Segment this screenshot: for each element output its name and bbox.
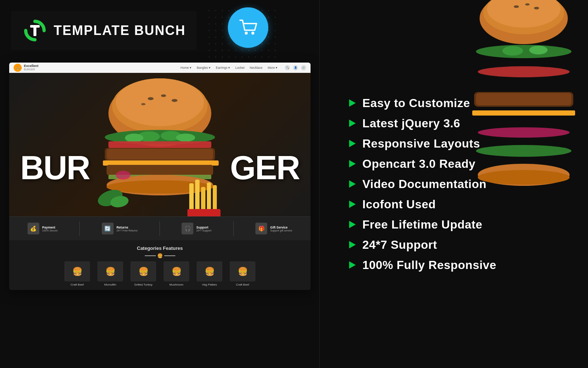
arrow-icon-3 <box>349 140 356 147</box>
svg-point-11 <box>141 103 146 105</box>
store-logo-icon: 🍔 <box>14 64 22 72</box>
divider-3 <box>233 221 234 236</box>
payment-sub: 100% Secure <box>42 229 58 232</box>
cat-label-grilled-turkey: Grilled Turkey <box>129 283 158 286</box>
feature-item-9: 100% Fully Responsive <box>349 258 588 272</box>
cart-icon-circle[interactable] <box>228 7 268 48</box>
gift-sub: Support gift service <box>270 229 292 232</box>
feature-item-7: Free Lifetime Update <box>349 218 588 231</box>
feature-text-1: Easy to Customize <box>362 96 470 110</box>
store-name: Excellent BURGER <box>24 64 39 71</box>
svg-point-8 <box>148 97 154 100</box>
hero-text-bur: BUR <box>20 149 90 187</box>
cat-label-craft-beef-2: Craft Beef <box>228 283 257 286</box>
gift-title: Gift Service <box>270 226 292 229</box>
nav-bangles[interactable]: Bangles ▾ <box>197 66 211 70</box>
svg-point-42 <box>529 46 548 54</box>
svg-point-4 <box>251 32 254 35</box>
arrow-icon-1 <box>349 99 356 107</box>
right-section: Easy to Customize Latest jQuery 3.6 Resp… <box>320 0 588 368</box>
feature-item-4: Opencart 3.0 Ready <box>349 157 588 171</box>
cat-mcmuffin[interactable]: 🍔 Mcmuffin <box>96 261 125 286</box>
cat-label-mcmuffin: Mcmuffin <box>96 283 125 286</box>
feature-item-6: Icofont Used <box>349 198 588 211</box>
search-icon[interactable]: 🔍 <box>285 65 290 70</box>
cart-area <box>228 7 268 48</box>
left-section: TEMPLATE BUNCH 🍔 Excellent BURGER Ho <box>0 0 320 368</box>
svg-rect-29 <box>207 183 211 213</box>
feature-text-3: Responsive Layouts <box>362 137 480 151</box>
nav-icon-group: 🔍 👤 🛒 <box>285 65 306 70</box>
nav-links: Home ▾ Bangles ▾ Earrings ▾ Locket Neckl… <box>180 66 277 70</box>
cat-img-craft-beef-2: 🍔 <box>230 261 255 282</box>
nav-home[interactable]: Home ▾ <box>180 66 191 70</box>
support-title: Support <box>196 226 211 229</box>
feature-item-2: Latest jQuery 3.6 <box>349 117 588 130</box>
cat-craft-beef-2[interactable]: 🍔 Craft Beef <box>228 261 257 286</box>
cat-label-mushroom: Mushroom <box>162 283 191 286</box>
svg-point-40 <box>476 45 571 58</box>
cat-img-mushroom: 🍔 <box>164 261 189 282</box>
feature-item-1: Easy to Customize <box>349 96 588 110</box>
cat-label-craft-beef-1: Craft Beef <box>62 283 92 286</box>
cat-craft-beef-1[interactable]: 🍔 Craft Beef <box>62 261 92 286</box>
arrow-icon-6 <box>349 201 356 208</box>
support-icon: 🎧 <box>182 223 193 234</box>
svg-rect-17 <box>108 141 211 148</box>
cat-img-grilled-turkey: 🍔 <box>130 261 156 282</box>
arrow-icon-7 <box>349 221 356 228</box>
cat-grilled-turkey[interactable]: 🍔 Grilled Turkey <box>129 261 158 286</box>
gift-icon: 🎁 <box>255 223 267 234</box>
svg-point-3 <box>245 32 248 35</box>
categories-section: Categories Features 🍔 🍔 Craft Beef 🍔 Mcm… <box>9 240 311 290</box>
feature-item-8: 24*7 Support <box>349 238 588 252</box>
brand-logo-icon <box>22 18 48 43</box>
store-logo: 🍔 Excellent BURGER <box>14 64 39 72</box>
burger-hero-image <box>86 73 233 216</box>
cat-label-veg-patties: Veg Patties <box>195 283 224 286</box>
arrow-icon-9 <box>349 261 356 269</box>
feature-payment: 💰 Payment 100% Secure <box>28 223 58 234</box>
feature-text-5: Video Documentation <box>362 177 487 191</box>
feature-item-3: Responsive Layouts <box>349 137 588 151</box>
divider-2 <box>159 221 160 236</box>
svg-rect-31 <box>187 209 220 216</box>
svg-point-41 <box>502 46 523 56</box>
svg-point-25 <box>116 171 130 180</box>
cart-icon <box>238 18 258 37</box>
svg-point-10 <box>172 99 178 102</box>
svg-point-39 <box>534 7 539 10</box>
nav-more[interactable]: More ▾ <box>268 66 277 70</box>
svg-rect-19 <box>107 149 213 160</box>
feature-text-4: Opencart 3.0 Ready <box>362 157 476 171</box>
cat-mushroom[interactable]: 🍔 Mushroom <box>162 261 191 286</box>
cat-veg-patties[interactable]: 🍔 Veg Patties <box>195 261 224 286</box>
feature-gift: 🎁 Gift Service Support gift service <box>255 223 292 234</box>
nav-locket[interactable]: Locket <box>235 66 244 70</box>
categories-title: Categories Features <box>17 245 303 251</box>
returns-sub: 24*7 Free Returns <box>116 229 137 232</box>
cat-img-mcmuffin: 🍔 <box>97 261 123 282</box>
browser-mockup: 🍔 Excellent BURGER Home ▾ Bangles ▾ Earr… <box>9 63 311 290</box>
user-icon[interactable]: 👤 <box>293 65 298 70</box>
feature-text-6: Icofont Used <box>362 198 436 211</box>
feature-returns: 🔄 Returns 24*7 Free Returns <box>102 223 137 234</box>
feature-text-8: 24*7 Support <box>362 238 437 252</box>
svg-point-43 <box>478 66 570 77</box>
support-sub: 24*7 Support <box>196 229 211 232</box>
cat-img-craft-beef-1: 🍔 <box>64 261 90 282</box>
svg-point-37 <box>514 6 519 8</box>
svg-rect-20 <box>103 160 219 166</box>
svg-point-9 <box>161 95 166 97</box>
nav-earrings[interactable]: Earrings ▾ <box>216 66 230 70</box>
svg-point-7 <box>116 78 204 126</box>
feature-text-7: Free Lifetime Update <box>362 218 483 231</box>
arrow-icon-2 <box>349 120 356 127</box>
brand-name: TEMPLATE BUNCH <box>54 24 186 37</box>
burger-svg <box>86 73 233 216</box>
arrow-icon-5 <box>349 180 356 188</box>
svg-rect-30 <box>213 185 217 213</box>
nav-necklace[interactable]: Necklace <box>250 66 262 70</box>
cart-nav-icon[interactable]: 🛒 <box>301 65 306 70</box>
feature-support: 🎧 Support 24*7 Support <box>182 223 211 234</box>
